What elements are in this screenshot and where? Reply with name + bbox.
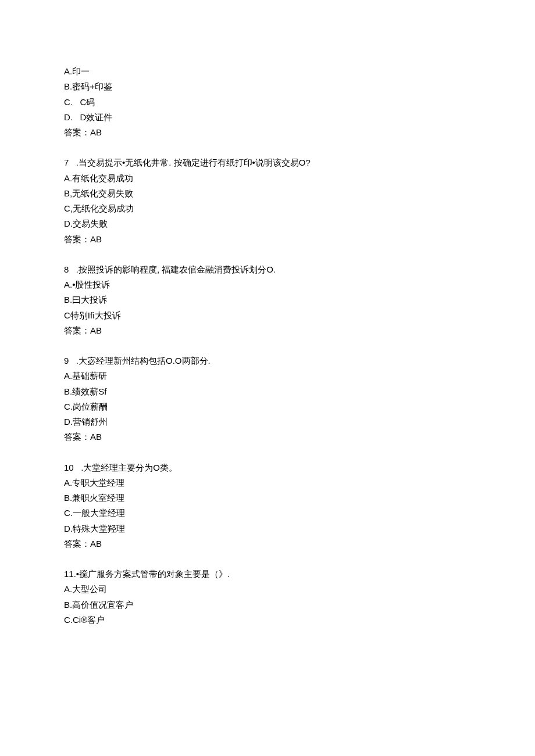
q6-option-c: C. C码	[64, 95, 471, 110]
q6-option-d: D. D效证件	[64, 110, 471, 125]
q6-option-b: B.密码+印鉴	[64, 79, 471, 94]
q10-option-d: D.特殊大堂羟理	[64, 521, 471, 536]
spacer	[64, 551, 471, 567]
q11-option-b: B.高价值况宜客户	[64, 597, 471, 612]
q8-option-a: A.•股性投诉	[64, 277, 471, 292]
q7-option-c: C,无纸化交易成功	[64, 201, 471, 216]
q9-option-b: B.绩效薪Sf	[64, 384, 471, 399]
q6-option-a: A.印一	[64, 64, 471, 79]
q8-stem: 8 .按照投诉的影响程度, 福建农倌金融消费投诉划分O.	[64, 262, 471, 277]
q7-option-a: A.有纸化交易成功	[64, 171, 471, 186]
q7-answer: 答案：AB	[64, 232, 471, 247]
q9-option-c: C.岗位薪酬	[64, 399, 471, 414]
q10-option-c: C.一般大堂经理	[64, 506, 471, 521]
q10-option-a: A.专职大堂经理	[64, 475, 471, 490]
q8-answer: 答案：AB	[64, 323, 471, 338]
q9-option-d: D.营销舒州	[64, 414, 471, 429]
spacer	[64, 445, 471, 460]
spacer	[64, 338, 471, 353]
spacer	[64, 140, 471, 155]
q10-answer: 答案：AB	[64, 536, 471, 551]
q11-option-a: A.大型公司	[64, 582, 471, 597]
q10-option-b: B.兼职火室经理	[64, 490, 471, 506]
q11-option-c: C.Ci®客户	[64, 612, 471, 628]
document-page: A.印一 B.密码+印鉴 C. C码 D. D效证件 答案：AB 7 .当交易提…	[0, 0, 535, 662]
q9-stem: 9 .大宓经理新州结构包括O.O两部分.	[64, 353, 471, 368]
q7-option-b: B,无纸化交易失败	[64, 186, 471, 201]
spacer	[64, 247, 471, 262]
q7-stem: 7 .当交易提示•无纸化井常. 按确定进行有纸打印•说明该交易O?	[64, 155, 471, 170]
q9-option-a: A.基础薪研	[64, 368, 471, 384]
q7-option-d: D.交易失败	[64, 216, 471, 231]
q11-stem: 11.•搅广服务方案式管带的对象主要是（》.	[64, 567, 471, 582]
q8-option-c: C特别Ifi大投诉	[64, 308, 471, 323]
q8-option-b: B.曰大投诉	[64, 292, 471, 307]
q6-answer: 答案：AB	[64, 125, 471, 140]
q9-answer: 答案：AB	[64, 429, 471, 445]
q10-stem: 10 .大堂经理主要分为O类。	[64, 460, 471, 475]
